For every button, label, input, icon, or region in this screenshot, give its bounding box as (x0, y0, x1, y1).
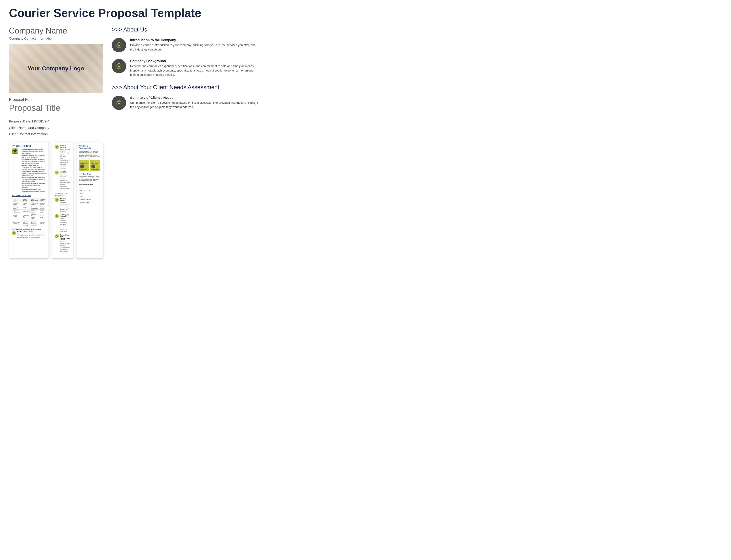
testimonial-boxes: "Client testimonial..." Client Name "Cli… (79, 160, 100, 171)
contact-row: Name (80, 187, 100, 189)
svg-rect-3 (56, 146, 57, 147)
company-bg-content: Company Background Describe the company'… (130, 59, 259, 77)
table-row: Temperature-ControlledFlat Rate Plus Han… (12, 220, 46, 226)
contact-row: Phone (80, 193, 100, 195)
intro-company-row: Introduction to the Company Provide a co… (112, 38, 259, 52)
client-needs-title: Summary of Client's Needs (130, 96, 259, 99)
contact-field: Email (80, 196, 100, 198)
thumb2-scope-icon (55, 198, 59, 202)
main-title: Courier Service Proposal Template (9, 7, 259, 19)
proposal-meta: Proposal Date: MM/DD/YY Client Name and … (9, 118, 103, 137)
company-name: Company Name (9, 26, 103, 36)
scope-title: Service Scope (60, 198, 70, 201)
logo-text: Your Company Logo (27, 65, 84, 72)
testimonial2-name: Client Name (91, 169, 99, 170)
thumb3-contact-title: Contact Information (79, 184, 100, 185)
testimonial1-text: "Client testimonial..." (80, 161, 88, 164)
company-bg-title: Company Background (130, 59, 259, 63)
thumb1-tracking-row: Tracking Capabilities Describe your trac… (12, 231, 46, 239)
company-bg-text: Describe the company's experience, certi… (130, 64, 259, 77)
thumb2-proof-icon (55, 145, 59, 149)
contact-row: Website / Links (80, 201, 100, 204)
testimonial-box-2: "Client testimonial..." Client Name (90, 160, 100, 171)
client-contact: Client Contact Information (9, 131, 103, 137)
service-item: Same-Day Delivery: Fast delivery service… (22, 148, 46, 154)
contact-field: Website / Links (80, 201, 100, 204)
thumb2-security-icon (55, 171, 59, 175)
intro-company-title: Introduction to the Company (130, 38, 259, 42)
svg-rect-6 (56, 216, 57, 217)
contact-field: Role / Position / Title (80, 190, 100, 192)
company-bg-row: Company Background Describe the company'… (112, 59, 259, 77)
testimonial2-text: "Client testimonial..." (91, 161, 99, 164)
testimonial1-avatar (80, 164, 84, 168)
testimonial1-name: Client Name (80, 169, 88, 170)
service-item: Scheduled Pickups and Deliveries: Regula… (22, 158, 46, 164)
thumb2-proof-text: Proof of Delivery Explain methods for de… (60, 145, 70, 169)
col-payment: Payment Terms (39, 198, 46, 202)
thumb-page-3: >>> Client Testimonials Include feedback… (76, 142, 103, 259)
service-item: Freight and Large Parcel Transport: Hand… (22, 183, 46, 189)
svg-rect-7 (56, 236, 57, 237)
thumb2-security-text: Security Measures Outline any additional… (60, 171, 70, 191)
thumb2-proof-row: Proof of Delivery Explain methods for de… (55, 145, 70, 169)
thumb1-tracking-title: >>> Tracking and Security Measures (12, 228, 46, 230)
security-desc: Outline any additional security protocol… (60, 174, 70, 191)
contact-row: Email (80, 196, 100, 198)
logo-box: Your Company Logo (9, 44, 103, 93)
thumb1-services-title: >>> Services Offered (12, 145, 46, 147)
liability-title: Liability and Insurance (60, 214, 70, 217)
svg-rect-5 (56, 199, 57, 200)
table-row: Schedule Pickup/DeliverySubscriptionRate… (12, 209, 46, 213)
main-layout: Company Name Company Contact Information… (9, 26, 259, 259)
thumb3-testimonials-title: >>> Client Testimonials (79, 145, 100, 149)
thumb1-services-icon (12, 148, 18, 154)
thumb2-cancel-icon (55, 234, 59, 238)
svg-rect-9 (118, 45, 120, 46)
client-needs-row: Summary of Client's Needs Summarize the … (112, 96, 259, 110)
client-name: Client Name and Company (9, 125, 103, 131)
table-row: Next-Day DeliveryFlat FeeAmount/Rate per… (12, 206, 46, 209)
company-contact: Company Contact Information (9, 36, 103, 40)
thumb2-cancel-row: Cancellation and Rescheduling Policy Out… (55, 234, 70, 254)
thumb2-liability-icon (55, 214, 59, 218)
testimonial-box-1: "Client testimonial..." Client Name (79, 160, 89, 171)
thumb2-liability-text: Liability and Insurance Specify coverage… (60, 214, 70, 233)
thumb3-contact-table: Name Role / Position / Title Phone Email… (79, 186, 100, 204)
service-item: Specialized Services: List any additiona… (22, 189, 46, 193)
thumb1-pricing-table: Service Billing Option Cost Breakdown Pa… (12, 198, 46, 226)
thumb1-tracking-text: Tracking Capabilities Describe your trac… (17, 231, 46, 239)
thumb1-services-list: Same-Day Delivery: Fast delivery service… (20, 148, 46, 193)
proof-title: Proof of Delivery (60, 145, 70, 148)
intro-company-icon (112, 38, 126, 52)
thumb-page-2: Proof of Delivery Explain methods for de… (52, 142, 73, 259)
thumb-page-1: >>> Services Offered Same-Day Delivery: … (9, 142, 49, 259)
thumb2-cancel-text: Cancellation and Rescheduling Policy Out… (60, 234, 70, 254)
svg-rect-13 (118, 103, 120, 104)
col-cost: Cost Breakdown (30, 198, 39, 202)
table-row: Same-Day DeliveryPer-Mile RateAmount/Rat… (12, 202, 46, 206)
thumb1-tracking-icon (12, 231, 16, 235)
svg-rect-1 (14, 151, 16, 152)
service-item: Document Delivery and Verification: Secu… (22, 177, 46, 183)
thumb2-liability-row: Liability and Insurance Specify coverage… (55, 214, 70, 233)
thumb1-pricing-title: >>> Pricing Structure (12, 194, 46, 197)
cancel-title: Cancellation and Rescheduling Policy (60, 234, 70, 240)
svg-rect-4 (56, 172, 57, 173)
proof-desc: Explain methods for delivery verificatio… (60, 148, 70, 169)
client-needs-content: Summary of Client's Needs Summarize the … (130, 96, 259, 109)
right-column: >>> About Us Introduction to the Company… (112, 26, 259, 117)
service-item: Next-Day Delivery: Guaranteed next-day a… (22, 154, 46, 158)
intro-company-text: Provide a concise introduction to your c… (130, 43, 259, 52)
company-bg-icon (112, 59, 126, 73)
contact-field: Phone (80, 193, 100, 195)
contact-row: Company Address (80, 198, 100, 201)
proposal-for-label: Proposal For: (9, 97, 103, 102)
contact-field: Company Address (80, 198, 100, 201)
testimonial2-avatar (91, 164, 95, 168)
col-service: Service (12, 198, 22, 202)
col-billing: Billing Option (22, 198, 30, 202)
thumb3-next-steps-title: >>> Next Steps (79, 173, 100, 175)
about-you-heading: >>> About You: Client Needs Assessment (112, 84, 259, 91)
tracking-desc: Describe your tracking technology, such … (17, 233, 46, 239)
